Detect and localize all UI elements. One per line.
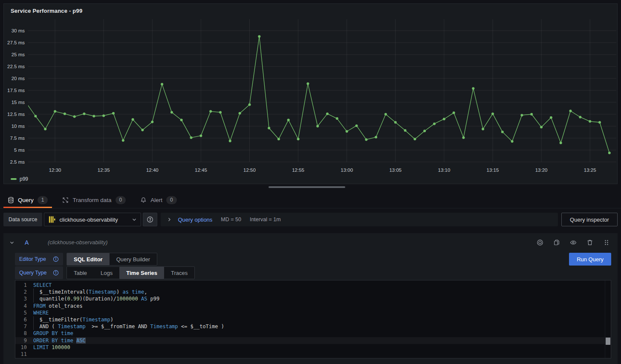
svg-text:27.5 ms: 27.5 ms [7,40,25,45]
svg-text:13:10: 13:10 [438,168,451,173]
line-number: 3 [15,295,32,302]
code-line-6[interactable]: 6 $__timeFilter(Timestamp) [15,316,611,323]
svg-text:10 ms: 10 ms [12,124,25,129]
query-type-row: Query Type Table Logs Time Series Traces [15,266,611,279]
code-line-4[interactable]: 4FROM otel_traces [15,303,611,309]
svg-text:13:15: 13:15 [487,168,499,173]
collapse-chevron-icon[interactable] [9,240,14,245]
code-line-5[interactable]: 5WHERE [15,309,611,316]
bell-icon [140,197,147,203]
query-options-label[interactable]: Query options [178,217,212,223]
timeseries-panel: Service Performance - p99 2.5 ms5 ms7.5 … [3,3,618,184]
svg-text:5 ms: 5 ms [14,147,25,153]
editor-mode-switcher: SQL Editor Query Builder [66,253,157,266]
svg-text:30 ms: 30 ms [12,28,25,33]
datasource-selected: clickhouse-observability [59,217,128,223]
svg-text:7.5 ms: 7.5 ms [10,136,25,141]
svg-text:12.5 ms: 12.5 ms [7,112,25,117]
tab-transform-data[interactable]: Transform data 0 [58,192,130,208]
editor-mode-query-builder[interactable]: Query Builder [110,253,157,265]
disable-query-icon[interactable] [537,239,543,246]
tab-alert[interactable]: Alert 0 [136,192,181,208]
chevron-down-icon [132,217,137,222]
svg-text:22.5 ms: 22.5 ms [7,64,25,69]
svg-text:12:30: 12:30 [49,168,61,173]
scrollbar-thumb[interactable] [606,338,610,345]
editor-type-row: Editor Type SQL Editor Query Builder Run… [15,253,611,266]
datasource-label: Data source [3,213,42,226]
svg-text:12:40: 12:40 [146,168,159,173]
sql-code-lines: 1SELECT2 $__timeInterval(Timestamp) as t… [15,282,611,358]
code-line-7[interactable]: 7 AND ( Timestamp >= $__fromTime AND Tim… [15,323,611,330]
code-line-9[interactable]: 9ORDER BY time ASC [15,337,611,344]
svg-text:13:00: 13:00 [341,168,353,173]
datasource-toolbar: Data source clickhouse-observability [3,213,618,226]
latency-chart-svg[interactable]: 2.5 ms5 ms7.5 ms10 ms12.5 ms15 ms17.5 ms… [4,19,618,176]
code-line-11[interactable]: 11 [15,351,611,358]
query-inspector-button[interactable]: Query inspector [561,213,618,226]
editor-tabs: Query 1 Transform data 0 Alert 0 [0,192,621,208]
code-line-2[interactable]: 2 $__timeInterval(Timestamp) as time, [15,289,611,295]
run-query-button[interactable]: Run Query [569,253,611,266]
svg-text:12:50: 12:50 [243,168,256,173]
line-number: 4 [15,303,32,309]
hide-response-eye-icon[interactable] [570,239,577,246]
query-row-card: A (clickhouse-observability) Editor Type [3,233,618,364]
query-type-traces[interactable]: Traces [164,267,194,279]
transform-icon [62,197,69,203]
line-number: 6 [15,316,32,323]
query-type-time-series[interactable]: Time Series [119,267,164,279]
svg-text:15 ms: 15 ms [12,100,25,105]
query-ref-id[interactable]: A [25,239,38,246]
line-number: 11 [15,351,32,358]
info-circle-icon[interactable] [53,256,59,262]
datasource-select[interactable]: clickhouse-observability [44,213,141,226]
legend-label[interactable]: p99 [20,176,28,182]
code-line-8[interactable]: 8GROUP BY time [15,330,611,337]
tab-query-label: Query [18,197,34,203]
svg-text:13:25: 13:25 [584,168,596,173]
database-icon [8,197,14,203]
line-number: 8 [15,330,32,337]
query-datasource-hint: (clickhouse-observability) [48,240,532,246]
svg-text:2.5 ms: 2.5 ms [10,159,25,165]
query-options-bar[interactable]: Query options MD = 50 Interval = 1m [161,213,558,226]
query-type-chip: Query Type [15,266,63,279]
tab-transform-count: 0 [116,196,126,204]
svg-text:12:35: 12:35 [98,168,110,173]
drag-handle-icon[interactable] [603,239,610,246]
query-type-logs[interactable]: Logs [94,267,119,279]
datasource-help-button[interactable] [143,213,157,226]
line-number: 9 [15,337,32,344]
svg-text:13:05: 13:05 [389,168,401,173]
query-type-table[interactable]: Table [67,267,94,279]
chart-legend[interactable]: p99 [11,176,28,182]
svg-text:17.5 ms: 17.5 ms [7,88,25,93]
chevron-right-icon [167,217,172,222]
tab-query[interactable]: Query 1 [3,192,52,208]
query-type-switcher: Table Logs Time Series Traces [66,266,195,279]
query-options-md: MD = 50 [221,217,241,222]
svg-text:12:55: 12:55 [292,168,304,173]
query-type-label: Query Type [19,270,46,276]
panel-title: Service Performance - p99 [4,4,617,14]
tab-alert-label: Alert [150,197,162,203]
legend-swatch [11,178,17,180]
editor-mode-sql-editor[interactable]: SQL Editor [67,253,110,265]
code-line-1[interactable]: 1SELECT [15,282,611,289]
duplicate-query-icon[interactable] [553,239,560,246]
query-row-header: A (clickhouse-observability) [3,233,618,252]
info-circle-icon[interactable] [53,270,59,276]
question-circle-icon [147,216,153,223]
panel-resize-handle[interactable] [269,186,345,188]
tab-transform-label: Transform data [72,197,111,203]
svg-text:12:45: 12:45 [195,168,207,173]
line-number: 10 [15,344,32,351]
code-line-3[interactable]: 3 quantile(0.99)(Duration)/1000000 AS p9… [15,295,611,302]
line-number: 1 [15,282,32,289]
editor-type-label: Editor Type [19,256,46,262]
code-line-10[interactable]: 10LIMIT 100000 [15,344,611,351]
delete-query-trash-icon[interactable] [586,239,593,246]
sql-code-editor[interactable]: 1SELECT2 $__timeInterval(Timestamp) as t… [15,280,611,358]
clickhouse-logo-icon [48,216,56,223]
